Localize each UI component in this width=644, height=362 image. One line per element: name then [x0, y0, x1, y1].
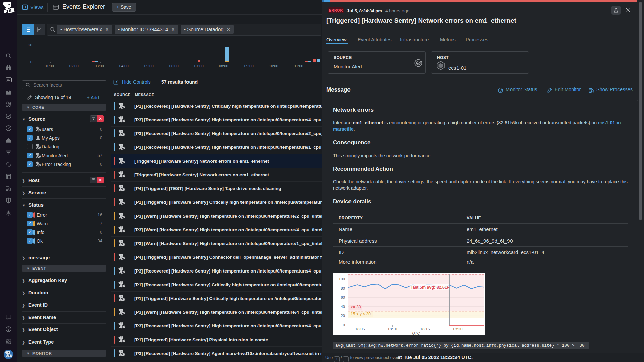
svg-text:UTC: UTC: [412, 331, 420, 335]
svg-text:60: 60: [341, 295, 345, 299]
svg-text:40: 40: [341, 305, 345, 309]
svg-text:18:20: 18:20: [453, 327, 463, 331]
svg-text:last 5m avg: 82.61: last 5m avg: 82.61: [411, 285, 447, 290]
svg-text:15 < y < 30: 15 < y < 30: [351, 312, 371, 316]
svg-text:18:10: 18:10: [388, 327, 397, 331]
svg-text:80: 80: [341, 286, 345, 290]
svg-text:>= 30: >= 30: [351, 305, 361, 309]
svg-text:0: 0: [343, 323, 345, 327]
svg-text:18:05: 18:05: [355, 327, 365, 331]
svg-text:100: 100: [339, 277, 345, 281]
svg-text:18:15: 18:15: [420, 327, 430, 331]
svg-text:20: 20: [341, 314, 345, 318]
